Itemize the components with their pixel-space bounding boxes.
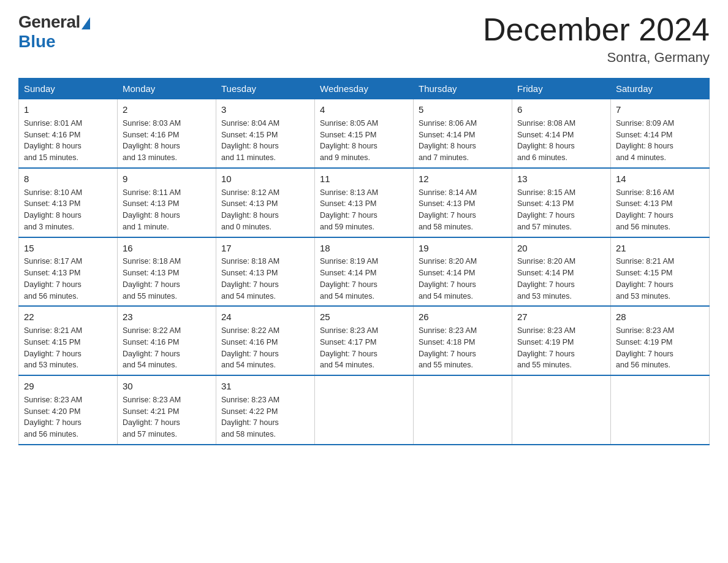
day-cell: 5Sunrise: 8:06 AMSunset: 4:14 PMDaylight… (414, 99, 512, 168)
calendar-body: 1Sunrise: 8:01 AMSunset: 4:16 PMDaylight… (19, 99, 710, 445)
day-cell: 21Sunrise: 8:21 AMSunset: 4:15 PMDayligh… (611, 237, 710, 307)
header-day-thursday: Thursday (414, 79, 512, 99)
week-row-5: 29Sunrise: 8:23 AMSunset: 4:20 PMDayligh… (19, 375, 710, 445)
day-info: Sunrise: 8:10 AMSunset: 4:13 PMDaylight:… (24, 187, 112, 233)
day-cell: 3Sunrise: 8:04 AMSunset: 4:15 PMDaylight… (216, 99, 315, 168)
logo-triangle-icon (82, 17, 90, 29)
day-cell: 24Sunrise: 8:22 AMSunset: 4:16 PMDayligh… (216, 306, 315, 375)
day-info: Sunrise: 8:14 AMSunset: 4:13 PMDaylight:… (419, 187, 507, 233)
day-number: 17 (221, 242, 309, 255)
day-info: Sunrise: 8:09 AMSunset: 4:14 PMDaylight:… (616, 118, 704, 164)
day-number: 16 (123, 242, 211, 255)
day-number: 30 (123, 380, 211, 393)
title-area: December 2024 Sontra, Germany (483, 12, 710, 66)
day-cell: 14Sunrise: 8:16 AMSunset: 4:13 PMDayligh… (611, 168, 710, 237)
day-cell (512, 375, 611, 445)
day-number: 29 (24, 380, 112, 393)
day-cell: 29Sunrise: 8:23 AMSunset: 4:20 PMDayligh… (19, 375, 118, 445)
day-cell: 12Sunrise: 8:14 AMSunset: 4:13 PMDayligh… (414, 168, 512, 237)
day-cell: 6Sunrise: 8:08 AMSunset: 4:14 PMDaylight… (512, 99, 611, 168)
header: General Blue December 2024 Sontra, Germa… (18, 12, 710, 66)
day-info: Sunrise: 8:15 AMSunset: 4:13 PMDaylight:… (517, 187, 605, 233)
day-info: Sunrise: 8:12 AMSunset: 4:13 PMDaylight:… (221, 187, 309, 233)
day-info: Sunrise: 8:13 AMSunset: 4:13 PMDaylight:… (320, 187, 408, 233)
day-number: 27 (517, 310, 605, 324)
day-number: 31 (221, 380, 309, 393)
day-cell: 17Sunrise: 8:18 AMSunset: 4:13 PMDayligh… (216, 237, 315, 307)
header-day-monday: Monday (118, 79, 216, 99)
day-number: 6 (517, 103, 605, 117)
week-row-2: 8Sunrise: 8:10 AMSunset: 4:13 PMDaylight… (19, 168, 710, 237)
day-number: 21 (616, 242, 704, 255)
day-cell: 19Sunrise: 8:20 AMSunset: 4:14 PMDayligh… (414, 237, 512, 307)
day-info: Sunrise: 8:20 AMSunset: 4:14 PMDaylight:… (517, 256, 605, 302)
day-info: Sunrise: 8:23 AMSunset: 4:18 PMDaylight:… (419, 325, 507, 371)
day-number: 23 (123, 310, 211, 324)
day-info: Sunrise: 8:19 AMSunset: 4:14 PMDaylight:… (320, 256, 408, 302)
day-info: Sunrise: 8:22 AMSunset: 4:16 PMDaylight:… (123, 325, 211, 371)
day-info: Sunrise: 8:22 AMSunset: 4:16 PMDaylight:… (221, 325, 309, 371)
day-cell (315, 375, 414, 445)
day-info: Sunrise: 8:23 AMSunset: 4:21 PMDaylight:… (123, 394, 211, 440)
header-day-sunday: Sunday (19, 79, 118, 99)
day-info: Sunrise: 8:21 AMSunset: 4:15 PMDaylight:… (24, 325, 112, 371)
day-cell: 4Sunrise: 8:05 AMSunset: 4:15 PMDaylight… (315, 99, 414, 168)
day-number: 4 (320, 103, 408, 117)
day-cell (611, 375, 710, 445)
day-number: 3 (221, 103, 309, 117)
day-number: 5 (419, 103, 507, 117)
day-info: Sunrise: 8:04 AMSunset: 4:15 PMDaylight:… (221, 118, 309, 164)
day-cell: 15Sunrise: 8:17 AMSunset: 4:13 PMDayligh… (19, 237, 118, 307)
day-number: 12 (419, 172, 507, 186)
day-cell: 30Sunrise: 8:23 AMSunset: 4:21 PMDayligh… (118, 375, 216, 445)
day-cell: 23Sunrise: 8:22 AMSunset: 4:16 PMDayligh… (118, 306, 216, 375)
day-cell: 1Sunrise: 8:01 AMSunset: 4:16 PMDaylight… (19, 99, 118, 168)
day-number: 8 (24, 172, 112, 186)
day-cell: 18Sunrise: 8:19 AMSunset: 4:14 PMDayligh… (315, 237, 414, 307)
week-row-3: 15Sunrise: 8:17 AMSunset: 4:13 PMDayligh… (19, 237, 710, 307)
week-row-4: 22Sunrise: 8:21 AMSunset: 4:15 PMDayligh… (19, 306, 710, 375)
day-cell: 2Sunrise: 8:03 AMSunset: 4:16 PMDaylight… (118, 99, 216, 168)
day-info: Sunrise: 8:23 AMSunset: 4:19 PMDaylight:… (616, 325, 704, 371)
header-row: SundayMondayTuesdayWednesdayThursdayFrid… (19, 79, 710, 99)
day-number: 26 (419, 310, 507, 324)
logo-text-general: General (18, 12, 80, 32)
day-number: 19 (419, 242, 507, 255)
day-number: 25 (320, 310, 408, 324)
day-cell: 28Sunrise: 8:23 AMSunset: 4:19 PMDayligh… (611, 306, 710, 375)
day-number: 11 (320, 172, 408, 186)
day-number: 28 (616, 310, 704, 324)
day-cell: 20Sunrise: 8:20 AMSunset: 4:14 PMDayligh… (512, 237, 611, 307)
month-title: December 2024 (483, 12, 710, 47)
day-number: 20 (517, 242, 605, 255)
day-info: Sunrise: 8:23 AMSunset: 4:22 PMDaylight:… (221, 394, 309, 440)
day-cell: 22Sunrise: 8:21 AMSunset: 4:15 PMDayligh… (19, 306, 118, 375)
day-cell (414, 375, 512, 445)
location-subtitle: Sontra, Germany (483, 50, 710, 66)
header-day-friday: Friday (512, 79, 611, 99)
day-number: 7 (616, 103, 704, 117)
header-day-saturday: Saturday (611, 79, 710, 99)
day-info: Sunrise: 8:17 AMSunset: 4:13 PMDaylight:… (24, 256, 112, 302)
calendar-table: SundayMondayTuesdayWednesdayThursdayFrid… (18, 78, 710, 445)
day-cell: 25Sunrise: 8:23 AMSunset: 4:17 PMDayligh… (315, 306, 414, 375)
day-number: 15 (24, 242, 112, 255)
day-info: Sunrise: 8:05 AMSunset: 4:15 PMDaylight:… (320, 118, 408, 164)
day-number: 13 (517, 172, 605, 186)
day-info: Sunrise: 8:23 AMSunset: 4:20 PMDaylight:… (24, 394, 112, 440)
header-day-tuesday: Tuesday (216, 79, 315, 99)
day-info: Sunrise: 8:23 AMSunset: 4:17 PMDaylight:… (320, 325, 408, 371)
day-info: Sunrise: 8:03 AMSunset: 4:16 PMDaylight:… (123, 118, 211, 164)
day-cell: 31Sunrise: 8:23 AMSunset: 4:22 PMDayligh… (216, 375, 315, 445)
day-cell: 9Sunrise: 8:11 AMSunset: 4:13 PMDaylight… (118, 168, 216, 237)
week-row-1: 1Sunrise: 8:01 AMSunset: 4:16 PMDaylight… (19, 99, 710, 168)
calendar-header: SundayMondayTuesdayWednesdayThursdayFrid… (19, 79, 710, 99)
day-number: 1 (24, 103, 112, 117)
day-number: 10 (221, 172, 309, 186)
day-info: Sunrise: 8:08 AMSunset: 4:14 PMDaylight:… (517, 118, 605, 164)
day-info: Sunrise: 8:23 AMSunset: 4:19 PMDaylight:… (517, 325, 605, 371)
day-info: Sunrise: 8:16 AMSunset: 4:13 PMDaylight:… (616, 187, 704, 233)
logo: General Blue (18, 12, 90, 52)
day-cell: 11Sunrise: 8:13 AMSunset: 4:13 PMDayligh… (315, 168, 414, 237)
day-cell: 10Sunrise: 8:12 AMSunset: 4:13 PMDayligh… (216, 168, 315, 237)
